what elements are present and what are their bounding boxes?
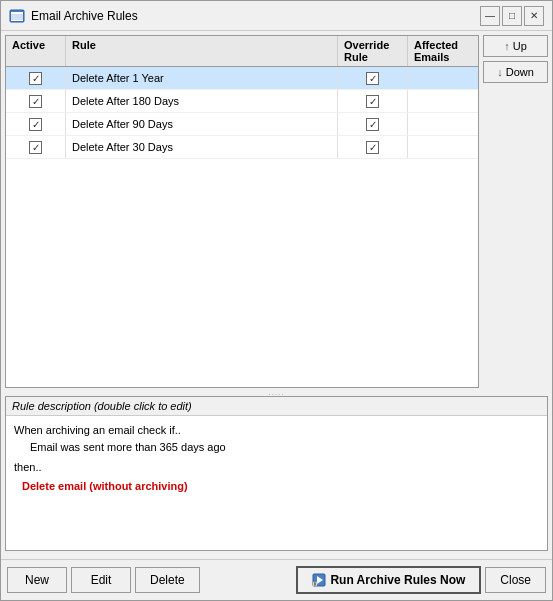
override-checkbox-3[interactable] [366, 118, 379, 131]
active-checkbox-3[interactable] [29, 118, 42, 131]
content-area: Active Rule OverrideRule AffectedEmails … [1, 31, 552, 555]
table-header: Active Rule OverrideRule AffectedEmails [6, 36, 478, 67]
description-area: Rule description (double click to edit) … [5, 396, 548, 551]
rules-table-container: Active Rule OverrideRule AffectedEmails … [5, 35, 479, 388]
override-cell-3[interactable] [338, 113, 408, 135]
table-row[interactable]: Delete After 180 Days [6, 90, 478, 113]
then-line: then.. [14, 459, 539, 476]
action-line: Delete email (without archiving) [22, 478, 539, 495]
rule-cell-2[interactable]: Delete After 180 Days [66, 90, 338, 112]
active-checkbox-2[interactable] [29, 95, 42, 108]
override-checkbox-1[interactable] [366, 72, 379, 85]
override-checkbox-2[interactable] [366, 95, 379, 108]
description-header[interactable]: Rule description (double click to edit) [6, 397, 547, 416]
col-active: Active [6, 36, 66, 66]
affected-cell-4 [408, 136, 478, 158]
main-area: Active Rule OverrideRule AffectedEmails … [5, 35, 548, 388]
window-icon [9, 8, 25, 24]
down-button[interactable]: Down [483, 61, 548, 83]
description-content: When archiving an email check if.. Email… [6, 416, 547, 500]
run-archive-icon [312, 573, 326, 587]
delete-button[interactable]: Delete [135, 567, 200, 593]
side-buttons: Up Down [483, 35, 548, 388]
override-cell-2[interactable] [338, 90, 408, 112]
col-affected: AffectedEmails [408, 36, 478, 66]
active-cell-2[interactable] [6, 90, 66, 112]
rule-cell-4[interactable]: Delete After 30 Days [66, 136, 338, 158]
table-row[interactable]: Delete After 30 Days [6, 136, 478, 159]
table-row[interactable]: Delete After 1 Year [6, 67, 478, 90]
window-title: Email Archive Rules [31, 9, 480, 23]
window-controls: — □ ✕ [480, 6, 544, 26]
col-override: OverrideRule [338, 36, 408, 66]
active-checkbox-1[interactable] [29, 72, 42, 85]
override-cell-1[interactable] [338, 67, 408, 89]
col-rule: Rule [66, 36, 338, 66]
maximize-button[interactable]: □ [502, 6, 522, 26]
override-cell-4[interactable] [338, 136, 408, 158]
condition-line: Email was sent more than 365 days ago [30, 439, 539, 456]
new-button[interactable]: New [7, 567, 67, 593]
footer-bar: New Edit Delete Run Archive Rules Now Cl… [1, 559, 552, 600]
rule-cell-1[interactable]: Delete After 1 Year [66, 67, 338, 89]
run-button[interactable]: Run Archive Rules Now [296, 566, 481, 594]
up-arrow-icon [504, 40, 510, 52]
override-checkbox-4[interactable] [366, 141, 379, 154]
active-checkbox-4[interactable] [29, 141, 42, 154]
close-button[interactable]: ✕ [524, 6, 544, 26]
run-button-label: Run Archive Rules Now [330, 573, 465, 587]
table-body: Delete After 1 Year Delete After 180 Day… [6, 67, 478, 387]
close-window-button[interactable]: Close [485, 567, 546, 593]
affected-cell-2 [408, 90, 478, 112]
affected-cell-3 [408, 113, 478, 135]
minimize-button[interactable]: — [480, 6, 500, 26]
rule-cell-3[interactable]: Delete After 90 Days [66, 113, 338, 135]
resizer-handle[interactable]: ..... [5, 388, 548, 396]
active-cell-1[interactable] [6, 67, 66, 89]
table-row[interactable]: Delete After 90 Days [6, 113, 478, 136]
affected-cell-1 [408, 67, 478, 89]
svg-rect-1 [11, 12, 23, 21]
up-button[interactable]: Up [483, 35, 548, 57]
when-line: When archiving an email check if.. [14, 422, 539, 439]
title-bar: Email Archive Rules — □ ✕ [1, 1, 552, 31]
main-window: Email Archive Rules — □ ✕ Active Rule Ov… [0, 0, 553, 601]
edit-button[interactable]: Edit [71, 567, 131, 593]
down-arrow-icon [497, 66, 503, 78]
active-cell-4[interactable] [6, 136, 66, 158]
active-cell-3[interactable] [6, 113, 66, 135]
